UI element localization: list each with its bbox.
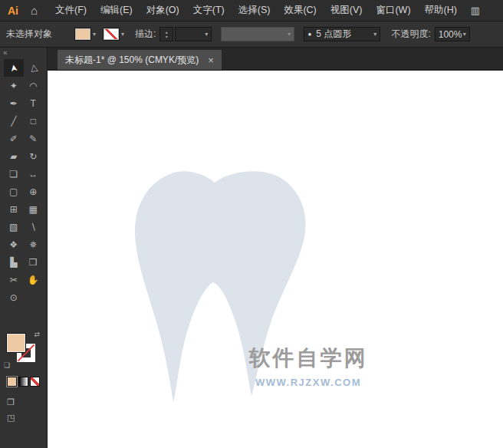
menu-item-7[interactable]: 视图(V) (324, 0, 370, 21)
tool-shape-builder-tool[interactable]: ⊕ (24, 183, 44, 200)
tool-zoom-tool[interactable]: ⊙ (4, 288, 24, 306)
selection-status: 未选择对象 (6, 28, 67, 41)
paintbrush-tool-icon: ✐ (10, 133, 18, 144)
zoom-tool-icon: ⊙ (10, 292, 18, 303)
stroke-weight-select[interactable]: ▾ (175, 27, 212, 41)
tool-mesh-tool[interactable]: ▦ (24, 200, 44, 218)
menu-item-3[interactable]: 对象(O) (140, 0, 186, 21)
tool-line-segment-tool[interactable]: ╱ (4, 112, 24, 130)
tool-artboard-tool[interactable]: ❒ (24, 253, 44, 271)
watermark: 软件自学网 WWW.RJZXW.COM (199, 344, 417, 388)
eraser-tool-icon: ▰ (10, 151, 17, 162)
tool-gradient-tool[interactable]: ▧ (4, 218, 24, 236)
menu-item-6[interactable]: 效果(C) (277, 0, 323, 21)
tool-scale-tool[interactable]: ❏ (4, 165, 24, 183)
home-icon[interactable]: ⌂ (31, 4, 38, 17)
tool-grid: ➤▷✦◠✒T╱□✐✎▰↻❏↔▢⊕⊞▦▧∖❖✵▙❒✂✋⊙ (0, 59, 47, 306)
chevron-down-icon: ▾ (121, 31, 124, 38)
menu-items: 文件(F)编辑(E)对象(O)文字(T)选择(S)效果(C)视图(V)窗口(W)… (48, 0, 464, 21)
rotate-tool-icon: ↻ (29, 151, 37, 162)
opacity-select[interactable]: 100% ▾ (435, 27, 470, 41)
gradient-button[interactable] (18, 377, 28, 387)
fill-indicator[interactable] (7, 334, 25, 352)
fill-color-swatch[interactable] (75, 28, 90, 40)
brush-definition-select[interactable]: ● 5 点圆形 ▾ (304, 27, 380, 41)
type-tool-icon: T (31, 98, 36, 109)
toolbar-bottom: ❐ ◳ (7, 394, 47, 425)
color-button[interactable] (7, 377, 17, 387)
tool-width-tool[interactable]: ↔ (24, 165, 44, 183)
fill-stroke-indicator: ⇄ ❏ (7, 334, 38, 366)
stroke-weight-label: 描边: (135, 28, 156, 41)
menu-item-8[interactable]: 窗口(W) (369, 0, 417, 21)
width-profile-select-disabled: ▾ (221, 27, 294, 41)
line-segment-tool-icon: ╱ (11, 116, 16, 127)
selection-tool-icon: ➤ (8, 63, 20, 72)
tool-pencil-tool[interactable]: ✎ (24, 130, 44, 147)
gradient-tool-icon: ▧ (9, 222, 18, 232)
stroke-color-control[interactable]: ▾ (104, 28, 124, 40)
tool-eyedropper-tool[interactable]: ∖ (24, 218, 44, 236)
document-tab-bar: 未标题-1* @ 150% (CMYK/预览) × (48, 48, 503, 71)
opacity-value: 100% (439, 29, 462, 40)
artboard-tool-icon: ❒ (29, 257, 38, 268)
tool-symbol-sprayer-tool[interactable]: ✵ (24, 236, 44, 253)
tool-blend-tool[interactable]: ❖ (4, 236, 24, 253)
menu-item-5[interactable]: 选择(S) (232, 0, 278, 21)
chevron-down-icon: ▾ (205, 31, 208, 38)
stepper-down-icon[interactable]: ▾ (166, 35, 168, 39)
stroke-weight-stepper[interactable]: ▴ ▾ (159, 27, 173, 41)
default-fill-stroke-icon[interactable]: ❏ (4, 361, 10, 369)
close-icon[interactable]: × (208, 54, 214, 66)
tool-direct-selection-tool[interactable]: ▷ (24, 59, 44, 77)
tool-lasso-tool[interactable]: ◠ (24, 77, 44, 94)
tool-rotate-tool[interactable]: ↻ (24, 147, 44, 165)
tool-type-tool[interactable]: T (24, 94, 44, 112)
artboard-canvas[interactable]: 软件自学网 WWW.RJZXW.COM (48, 71, 503, 448)
tool-slice-tool[interactable]: ✂ (4, 271, 24, 288)
tool-eraser-tool[interactable]: ▰ (4, 147, 24, 165)
chevron-down-icon: ▾ (288, 31, 291, 38)
pencil-tool-icon: ✎ (29, 133, 37, 144)
shape-builder-tool-icon: ⊕ (29, 186, 37, 197)
none-button[interactable] (30, 377, 40, 387)
workspace-switcher-icon[interactable]: ▥ (471, 5, 480, 16)
perspective-grid-tool-icon: ⊞ (10, 204, 18, 215)
menu-item-9[interactable]: 帮助(H) (418, 0, 464, 21)
magic-wand-tool-icon: ✦ (10, 81, 18, 91)
slice-tool-icon: ✂ (10, 275, 18, 285)
watermark-title: 软件自学网 (199, 344, 417, 373)
chevron-down-icon: ▾ (373, 31, 376, 38)
tool-paintbrush-tool[interactable]: ✐ (4, 130, 24, 147)
screen-mode-button[interactable]: ◳ (7, 410, 47, 425)
tool-rectangle-tool[interactable]: □ (24, 112, 44, 130)
document-tab[interactable]: 未标题-1* @ 150% (CMYK/预览) × (58, 50, 222, 70)
chevron-down-icon: ▾ (93, 31, 96, 38)
scale-tool-icon: ❏ (9, 169, 18, 180)
menu-item-2[interactable]: 编辑(E) (94, 0, 140, 21)
watermark-url: WWW.RJZXW.COM (199, 377, 417, 388)
tool-selection-tool[interactable]: ➤ (4, 59, 24, 77)
tool-pen-tool[interactable]: ✒ (4, 94, 24, 112)
tool-hand-tool[interactable]: ✋ (24, 271, 44, 288)
swap-fill-stroke-icon[interactable]: ⇄ (34, 331, 40, 338)
drawing-modes-button[interactable]: ❐ (7, 394, 47, 410)
fill-color-control[interactable]: ▾ (75, 28, 96, 40)
tool-free-transform-tool[interactable]: ▢ (4, 183, 24, 200)
lasso-tool-icon: ◠ (29, 81, 37, 91)
menu-bar: Ai ⌂ 文件(F)编辑(E)对象(O)文字(T)选择(S)效果(C)视图(V)… (0, 0, 503, 21)
mesh-tool-icon: ▦ (29, 204, 38, 215)
menu-item-1[interactable]: 文件(F) (48, 0, 94, 21)
document-tab-title: 未标题-1* @ 150% (CMYK/预览) (65, 54, 199, 67)
tool-column-graph-tool[interactable]: ▙ (4, 253, 24, 271)
stroke-none-swatch[interactable] (104, 28, 119, 40)
rectangle-tool-icon: □ (31, 116, 36, 127)
tool-magic-wand-tool[interactable]: ✦ (4, 77, 24, 94)
direct-selection-tool-icon: ▷ (28, 64, 39, 73)
menu-item-4[interactable]: 文字(T) (186, 0, 232, 21)
tool-perspective-grid-tool[interactable]: ⊞ (4, 200, 24, 218)
width-tool-icon: ↔ (28, 169, 38, 180)
toolbar-collapse-button[interactable]: « (0, 48, 47, 59)
column-graph-tool-icon: ▙ (10, 257, 17, 268)
chevron-down-icon: ▾ (463, 31, 466, 38)
